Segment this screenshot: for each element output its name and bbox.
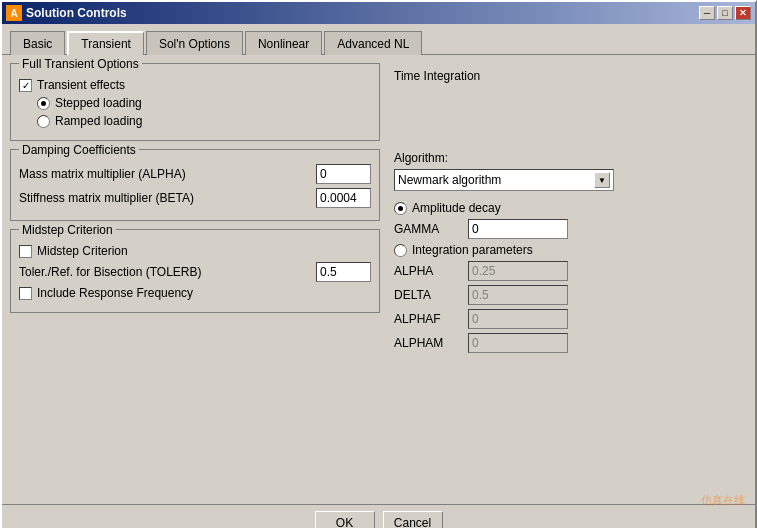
algorithm-value: Newmark algorithm bbox=[398, 173, 501, 187]
tolerance-row: Toler./Ref. for Bisection (TOLERB) bbox=[19, 262, 371, 282]
mass-matrix-label: Mass matrix multiplier (ALPHA) bbox=[19, 167, 312, 181]
tab-transient[interactable]: Transient bbox=[67, 31, 144, 55]
right-column: Time Integration Algorithm: Newmark algo… bbox=[388, 63, 747, 496]
tab-advanced-nl[interactable]: Advanced NL bbox=[324, 31, 422, 55]
watermark: 仿真在线 bbox=[701, 493, 745, 508]
content-area: Full Transient Options ✓ Transient effec… bbox=[2, 54, 755, 504]
algorithm-label: Algorithm: bbox=[394, 151, 448, 165]
tab-nonlinear[interactable]: Nonlinear bbox=[245, 31, 322, 55]
mass-matrix-input[interactable] bbox=[316, 164, 371, 184]
alpham-label: ALPHAM bbox=[394, 336, 464, 350]
title-bar-left: A Solution Controls bbox=[6, 5, 127, 21]
transient-effects-row: ✓ Transient effects bbox=[19, 78, 371, 92]
stepped-loading-label: Stepped loading bbox=[55, 96, 142, 110]
midstep-criterion-title: Midstep Criterion bbox=[19, 223, 116, 237]
gamma-input[interactable] bbox=[468, 219, 568, 239]
transient-effects-label: Transient effects bbox=[37, 78, 125, 92]
stiffness-matrix-label: Stiffness matrix multiplier (BETA) bbox=[19, 191, 312, 205]
response-freq-row: Include Response Frequency bbox=[19, 286, 371, 300]
integration-params-row: Integration parameters bbox=[394, 243, 741, 257]
algorithm-dropdown[interactable]: Newmark algorithm ▼ bbox=[394, 169, 614, 191]
tolerance-label: Toler./Ref. for Bisection (TOLERB) bbox=[19, 265, 312, 279]
amplitude-decay-radio[interactable] bbox=[394, 202, 407, 215]
midstep-checkbox[interactable] bbox=[19, 245, 32, 258]
ramped-loading-label: Ramped loading bbox=[55, 114, 142, 128]
integration-params-radio[interactable] bbox=[394, 244, 407, 257]
gamma-label: GAMMA bbox=[394, 222, 464, 236]
midstep-checkbox-row: Midstep Criterion bbox=[19, 244, 371, 258]
amplitude-decay-row: Amplitude decay bbox=[394, 201, 741, 215]
response-freq-label: Include Response Frequency bbox=[37, 286, 193, 300]
time-integration-title: Time Integration bbox=[394, 69, 741, 83]
bottom-bar: OK Cancel bbox=[2, 504, 755, 528]
left-column: Full Transient Options ✓ Transient effec… bbox=[10, 63, 380, 496]
delta-input[interactable] bbox=[468, 285, 568, 305]
amplitude-decay-label: Amplitude decay bbox=[412, 201, 501, 215]
alphaf-row: ALPHAF bbox=[394, 309, 741, 329]
mass-matrix-row: Mass matrix multiplier (ALPHA) bbox=[19, 164, 371, 184]
ramped-loading-row: Ramped loading bbox=[37, 114, 371, 128]
ramped-loading-radio[interactable] bbox=[37, 115, 50, 128]
tab-soln-options[interactable]: Sol'n Options bbox=[146, 31, 243, 55]
alphaf-input[interactable] bbox=[468, 309, 568, 329]
delta-row: DELTA bbox=[394, 285, 741, 305]
tolerance-input[interactable] bbox=[316, 262, 371, 282]
midstep-label: Midstep Criterion bbox=[37, 244, 128, 258]
tab-bar: Basic Transient Sol'n Options Nonlinear … bbox=[2, 24, 755, 54]
response-freq-checkbox[interactable] bbox=[19, 287, 32, 300]
stiffness-matrix-input[interactable] bbox=[316, 188, 371, 208]
alpham-input[interactable] bbox=[468, 333, 568, 353]
maximize-button[interactable]: □ bbox=[717, 6, 733, 20]
minimize-button[interactable]: ─ bbox=[699, 6, 715, 20]
title-bar-buttons: ─ □ ✕ bbox=[699, 6, 751, 20]
integration-params-label: Integration parameters bbox=[412, 243, 533, 257]
delta-label: DELTA bbox=[394, 288, 464, 302]
window-title: Solution Controls bbox=[26, 6, 127, 20]
app-icon: A bbox=[6, 5, 22, 21]
damping-coefficients-title: Damping Coefficients bbox=[19, 143, 139, 157]
midstep-criterion-group: Midstep Criterion Midstep Criterion Tole… bbox=[10, 229, 380, 313]
title-bar: A Solution Controls ─ □ ✕ bbox=[2, 2, 755, 24]
alphaf-label: ALPHAF bbox=[394, 312, 464, 326]
full-transient-group: Full Transient Options ✓ Transient effec… bbox=[10, 63, 380, 141]
ok-button[interactable]: OK bbox=[315, 511, 375, 528]
alpha-row: ALPHA bbox=[394, 261, 741, 281]
main-window: A Solution Controls ─ □ ✕ Basic Transien… bbox=[0, 0, 757, 528]
close-button[interactable]: ✕ bbox=[735, 6, 751, 20]
tab-basic[interactable]: Basic bbox=[10, 31, 65, 55]
gamma-row: GAMMA bbox=[394, 219, 741, 239]
damping-coefficients-group: Damping Coefficients Mass matrix multipl… bbox=[10, 149, 380, 221]
algorithm-dropdown-row: Newmark algorithm ▼ bbox=[394, 169, 741, 191]
dropdown-arrow-icon: ▼ bbox=[594, 172, 610, 188]
cancel-button[interactable]: Cancel bbox=[383, 511, 443, 528]
alpha-label: ALPHA bbox=[394, 264, 464, 278]
algorithm-label-row: Algorithm: bbox=[394, 151, 741, 165]
stepped-loading-radio[interactable] bbox=[37, 97, 50, 110]
alpham-row: ALPHAM bbox=[394, 333, 741, 353]
alpha-input[interactable] bbox=[468, 261, 568, 281]
stiffness-matrix-row: Stiffness matrix multiplier (BETA) bbox=[19, 188, 371, 208]
empty-space bbox=[394, 91, 741, 151]
time-integration-section: Time Integration Algorithm: Newmark algo… bbox=[388, 63, 747, 363]
transient-effects-checkbox[interactable]: ✓ bbox=[19, 79, 32, 92]
stepped-loading-row: Stepped loading bbox=[37, 96, 371, 110]
full-transient-title: Full Transient Options bbox=[19, 57, 142, 71]
